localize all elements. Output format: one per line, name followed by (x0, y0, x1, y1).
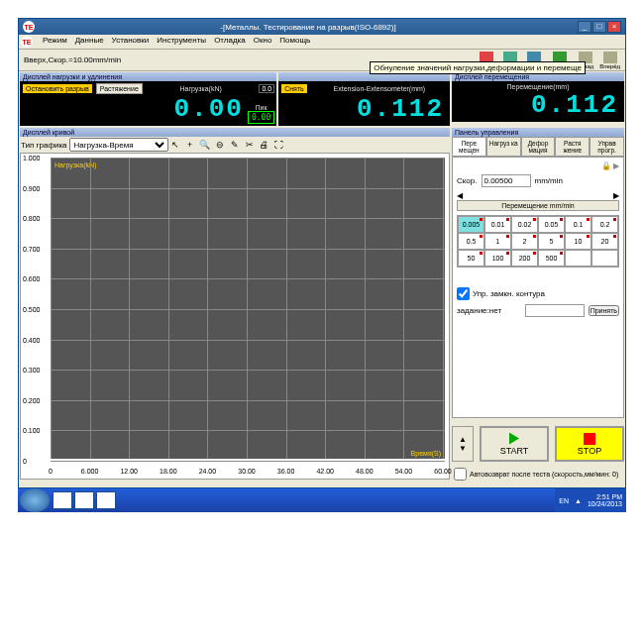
graph-type-label: Тип графика (21, 141, 67, 150)
stop-icon (584, 433, 595, 445)
app-icon-small: TE (21, 36, 33, 48)
task-label: задание:нет (457, 306, 501, 315)
accept-button[interactable]: Принять (589, 305, 619, 316)
taskbar-app-3[interactable] (96, 491, 116, 509)
preset-0.2[interactable]: 0.2 (591, 216, 618, 233)
menu-data[interactable]: Данные (75, 36, 104, 48)
load-small: 0.0 (259, 84, 274, 93)
ext-label: Extension-Extensometer(mm) (311, 85, 448, 92)
taskbar: EN ▲ 2:51 PM 10/24/2013 (18, 488, 626, 512)
tool-crosshair-icon[interactable]: + (183, 138, 197, 152)
stop-button[interactable]: STOP (555, 426, 624, 462)
tab-program[interactable]: Управ прогр. (590, 137, 624, 156)
preset-0.1[interactable]: 0.1 (565, 216, 591, 233)
system-tray[interactable]: EN ▲ 2:51 PM 10/24/2013 (555, 488, 626, 512)
lang-indicator[interactable]: EN (559, 497, 569, 504)
xlabel: Время(S) (411, 450, 441, 457)
tool-forward[interactable]: Вперёд (596, 52, 623, 69)
preset-5[interactable]: 5 (538, 233, 565, 250)
preset-200[interactable]: 200 (511, 250, 538, 267)
btn-tension[interactable]: Растяжение (96, 83, 143, 94)
minimize-button[interactable]: _ (578, 21, 591, 33)
load-value: 0.00 (22, 94, 248, 124)
tool-zoom-icon[interactable]: 🔍 (198, 138, 212, 152)
menu-debug[interactable]: Отладка (214, 36, 246, 48)
tooltip: Обнуление значений нагрузки,деформации и… (370, 61, 586, 74)
menu-tools[interactable]: Инструменты (157, 36, 206, 48)
jog-buttons[interactable]: ▲ ▼ (452, 426, 474, 462)
tool-cut-icon[interactable]: ✂ (243, 138, 257, 152)
menu-window[interactable]: Окно (254, 36, 272, 48)
taskbar-app-1[interactable] (53, 491, 72, 509)
closed-loop-checkbox[interactable] (457, 287, 470, 300)
tool-pointer-icon[interactable]: ↖ (168, 138, 182, 152)
tab-deform[interactable]: Дефор мация (521, 137, 556, 156)
preset-[interactable] (591, 250, 618, 267)
preset-2[interactable]: 2 (511, 233, 538, 250)
disp-label: Перемещение(mm) (454, 83, 622, 90)
preset-[interactable] (565, 250, 591, 267)
disp-value: 0.112 (454, 90, 622, 120)
peak-label: Пик (256, 104, 268, 111)
menubar: TE Режим Данные Установки Инструменты От… (19, 35, 625, 50)
lcd-disp-panel: Перемещение(mm) 0.112 (452, 81, 624, 122)
taskbar-app-2[interactable] (74, 491, 94, 509)
preset-20[interactable]: 20 (591, 233, 618, 250)
preset-1[interactable]: 1 (484, 233, 511, 250)
preset-500[interactable]: 500 (538, 250, 565, 267)
start-button-win[interactable] (20, 488, 50, 512)
tab-stretch[interactable]: Растя жение (555, 137, 590, 156)
lock-icon[interactable]: 🔒 (601, 161, 611, 170)
preset-grid: 0.0050.010.020.050.10.20.512510205010020… (457, 215, 619, 268)
btn-remove[interactable]: Снять (280, 83, 308, 94)
preset-0.01[interactable]: 0.01 (484, 216, 511, 233)
btn-stop-break[interactable]: Остановить разрыв (22, 83, 93, 94)
panel-title-graph: Дисплей кривой (20, 128, 450, 137)
auto-return-label: Автовозврат после теста (скорость,мм/мин… (470, 471, 618, 478)
tool-pencil-icon[interactable]: ✎ (228, 138, 242, 152)
lcd-load-panel: Остановить разрыв Растяжение Нагрузка(kN… (20, 81, 276, 126)
panel-title-control: Панель управления (452, 128, 624, 137)
tool-expand-icon[interactable]: ⛶ (272, 138, 286, 152)
play-small-icon[interactable]: ▶ (613, 161, 619, 170)
preset-10[interactable]: 10 (565, 233, 591, 250)
tab-load[interactable]: Нагруз ка (486, 137, 521, 156)
maximize-button[interactable]: □ (592, 21, 606, 33)
preset-100[interactable]: 100 (484, 250, 511, 267)
tool-print-icon[interactable]: 🖨 (258, 138, 271, 152)
menu-settings[interactable]: Установки (112, 36, 150, 48)
preset-0.005[interactable]: 0.005 (458, 216, 484, 233)
menu-help[interactable]: Помощь (279, 36, 310, 48)
clock-date: 10/24/2013 (588, 500, 622, 507)
graph-type-select[interactable]: Нагрузка-Время (69, 138, 168, 152)
preset-0.02[interactable]: 0.02 (511, 216, 538, 233)
arrow-up-icon[interactable]: ▲ (459, 435, 467, 444)
preset-0.05[interactable]: 0.05 (538, 216, 565, 233)
graph-area[interactable]: Нагрузка(kN) Время(S) 00.1000.2000.3000.… (20, 153, 450, 480)
titlebar: TE -[Металлы. Тестирование на разрыв(ISO… (19, 19, 625, 35)
ext-value: 0.112 (280, 94, 448, 124)
tab-displacement[interactable]: Пере мещен (452, 137, 486, 156)
peak-value: 0.00 (248, 111, 274, 124)
start-button[interactable]: START (480, 426, 549, 462)
preset-0.5[interactable]: 0.5 (458, 233, 484, 250)
menu-mode[interactable]: Режим (43, 36, 67, 48)
speed-input[interactable] (482, 174, 531, 187)
load-label: Нагрузка(kN) (146, 85, 257, 92)
window-title: -[Металлы. Тестирование на разрыв(ISO-68… (39, 23, 578, 32)
closed-loop-label: Упр. замкн. контура (473, 289, 545, 298)
status-text: Вверх,Скор.=10.00mm/min (21, 54, 124, 65)
app-icon: TE (23, 21, 35, 33)
preset-50[interactable]: 50 (458, 250, 484, 267)
panel-title-load: Дисплей нагрузки и удлинения (20, 72, 276, 81)
close-button[interactable]: × (607, 21, 621, 33)
play-icon (509, 433, 519, 445)
tool-zoomout-icon[interactable]: ⊖ (213, 138, 227, 152)
arrow-down-icon[interactable]: ▼ (459, 444, 467, 453)
toolbar: Вверх,Скор.=10.00mm/min Тест Анализ Сбро… (19, 50, 625, 71)
task-input[interactable] (525, 304, 585, 317)
lcd-ext-panel: Снять Extension-Extensometer(mm) 0.112 (278, 81, 450, 126)
auto-return-checkbox[interactable] (454, 468, 467, 481)
tray-icon[interactable]: ▲ (575, 497, 582, 504)
control-tabs: Пере мещен Нагруз ка Дефор мация Растя ж… (452, 137, 624, 157)
